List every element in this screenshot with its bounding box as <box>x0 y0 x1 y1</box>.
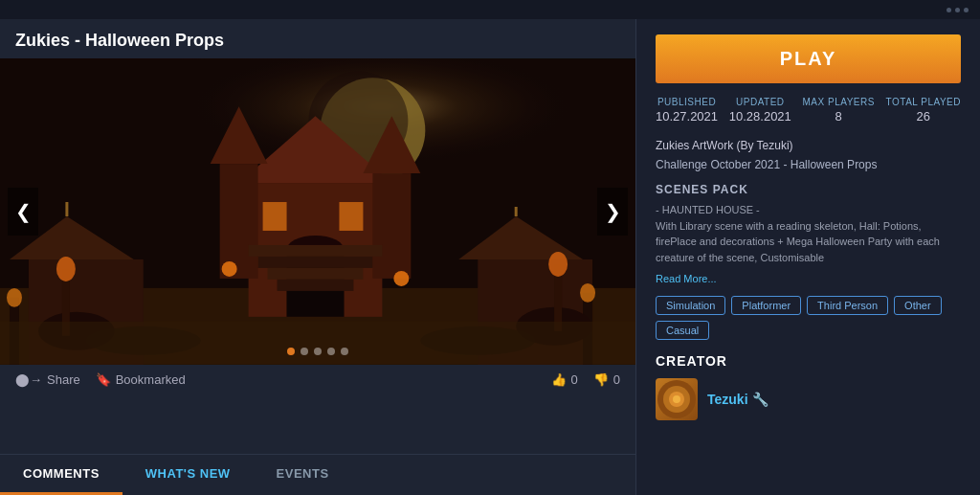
svg-point-17 <box>222 261 237 277</box>
creator-avatar[interactable] <box>656 378 698 420</box>
tag-third-person[interactable]: Third Person <box>807 296 888 315</box>
dot-2 <box>955 8 960 12</box>
tag-simulation[interactable]: Simulation <box>656 296 725 315</box>
tag-casual[interactable]: Casual <box>656 321 709 340</box>
stat-updated: Updated 10.28.2021 <box>729 97 791 124</box>
image-dot-3[interactable] <box>314 348 322 355</box>
creator-avatar-icon <box>656 378 698 420</box>
svg-point-36 <box>56 257 76 281</box>
description: Zukies ArtWork (By Tezuki) Challenge Oct… <box>656 137 961 173</box>
updated-value: 10.28.2021 <box>729 109 791 124</box>
svg-rect-29 <box>249 245 383 257</box>
updated-label: Updated <box>729 97 791 107</box>
image-dot-2[interactable] <box>301 348 308 355</box>
tab-events[interactable]: EVENTS <box>254 455 352 495</box>
creator-row: Tezuki 🔧 <box>656 378 961 420</box>
like-count: 0 <box>571 372 578 387</box>
bookmark-button[interactable]: 🔖 Bookmarked <box>96 372 186 387</box>
dislike-button[interactable]: 👎 0 <box>593 372 620 387</box>
svg-point-45 <box>673 395 680 403</box>
share-label: Share <box>47 372 80 387</box>
next-image-button[interactable]: ❯ <box>597 188 628 236</box>
bookmark-icon: 🔖 <box>96 372 111 387</box>
bookmark-label: Bookmarked <box>116 372 186 387</box>
stat-maxplayers: Max Players 8 <box>803 97 875 124</box>
tab-whats-new[interactable]: WHAT'S NEW <box>122 455 254 495</box>
svg-point-18 <box>393 271 409 286</box>
image-dot-1[interactable] <box>287 348 295 355</box>
svg-rect-10 <box>372 173 411 279</box>
published-value: 10.27.2021 <box>656 109 718 124</box>
svg-rect-41 <box>0 322 635 365</box>
svg-rect-30 <box>258 257 373 268</box>
game-image <box>0 58 635 365</box>
dot-1 <box>947 8 951 12</box>
svg-point-38 <box>548 252 568 277</box>
svg-point-23 <box>7 288 22 307</box>
right-panel: PLAY Published 10.27.2021 Updated 10.28.… <box>636 19 980 495</box>
published-label: Published <box>656 97 718 107</box>
svg-rect-31 <box>268 268 364 280</box>
like-button[interactable]: 👍 0 <box>551 372 578 387</box>
action-bar: ⬤→ Share 🔖 Bookmarked 👍 0 👎 0 <box>0 365 635 394</box>
svg-rect-13 <box>339 202 363 231</box>
window-controls[interactable] <box>947 8 969 12</box>
game-title: Zukies - Halloween Props <box>0 19 635 58</box>
image-dot-4[interactable] <box>327 348 335 355</box>
creator-section: CREATOR Tezuki 🔧 <box>656 353 961 420</box>
image-container: ❮ ❯ <box>0 58 635 365</box>
scene-description: - HAUNTED HOUSE - With Library scene wit… <box>656 202 961 265</box>
like-dislike-group: 👍 0 👎 0 <box>551 372 620 387</box>
svg-rect-8 <box>220 164 258 279</box>
dot-3 <box>964 8 969 12</box>
dislike-count: 0 <box>613 372 620 387</box>
desc-title-2: Challenge October 2021 - Halloween Props <box>656 156 961 173</box>
scene-svg <box>0 58 635 365</box>
stat-totalplayed: Total Played 26 <box>886 97 961 124</box>
svg-rect-12 <box>263 202 287 231</box>
maxplayers-label: Max Players <box>803 97 875 107</box>
top-bar <box>0 0 980 19</box>
creator-section-title: CREATOR <box>656 353 961 369</box>
main-container: Zukies - Halloween Props <box>0 19 980 495</box>
scene-desc-body: With Library scene with a reading skelet… <box>656 220 940 263</box>
tag-platformer[interactable]: Platformer <box>731 296 801 315</box>
creator-tool-icon: 🔧 <box>752 392 768 407</box>
creator-info: Tezuki 🔧 <box>707 391 768 408</box>
thumbs-up-icon: 👍 <box>551 372 567 387</box>
scenes-title: SCENES PACK <box>656 183 961 196</box>
stat-published: Published 10.27.2021 <box>656 97 718 124</box>
creator-name[interactable]: Tezuki <box>707 392 748 407</box>
read-more-link[interactable]: Read More... <box>656 273 961 284</box>
share-icon: ⬤→ <box>15 372 42 387</box>
svg-point-28 <box>580 283 595 303</box>
maxplayers-value: 8 <box>803 109 875 124</box>
share-button[interactable]: ⬤→ Share <box>15 372 80 387</box>
stats-row: Published 10.27.2021 Updated 10.28.2021 … <box>656 97 961 124</box>
thumbs-down-icon: 👎 <box>593 372 609 387</box>
totalplayed-label: Total Played <box>886 97 961 107</box>
tab-comments[interactable]: COMMENTS <box>0 455 122 495</box>
desc-title-1: Zukies ArtWork (By Tezuki) <box>656 137 961 154</box>
prev-image-button[interactable]: ❮ <box>8 188 38 236</box>
svg-rect-32 <box>278 280 354 291</box>
tabs-bar: COMMENTS WHAT'S NEW EVENTS <box>0 454 635 495</box>
left-panel: Zukies - Halloween Props <box>0 19 636 495</box>
tags-container: Simulation Platformer Third Person Other… <box>656 296 961 340</box>
totalplayed-value: 26 <box>886 109 961 124</box>
play-button[interactable]: PLAY <box>656 34 961 83</box>
tag-other[interactable]: Other <box>894 296 942 315</box>
image-dots <box>287 348 348 355</box>
image-dot-5[interactable] <box>341 348 348 355</box>
scene-desc-title: - HAUNTED HOUSE - <box>656 204 760 215</box>
